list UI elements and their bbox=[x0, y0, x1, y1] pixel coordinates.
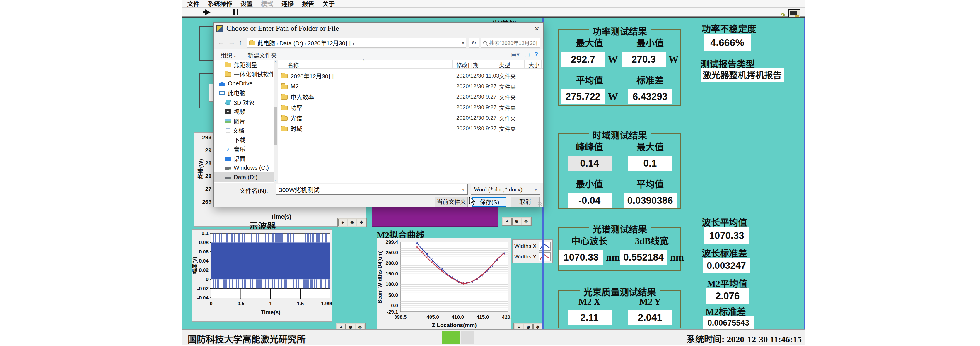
sidebar-item-12[interactable]: Data (D:) bbox=[213, 172, 274, 182]
current-folder-button[interactable]: 当前文件夹 bbox=[435, 197, 468, 207]
new-folder-button[interactable]: 新建文件夹 bbox=[248, 51, 277, 59]
menu-item-1[interactable]: 系统操作 bbox=[208, 0, 232, 8]
menu-item-5[interactable]: 报告 bbox=[302, 0, 314, 8]
graph-palette-power[interactable]: +⊕✥ bbox=[337, 218, 367, 227]
sidebar-item-2[interactable]: OneDrive bbox=[213, 79, 274, 88]
menu-item-2[interactable]: 设置 bbox=[240, 0, 253, 8]
file-name: 电光效率 bbox=[291, 93, 314, 101]
organization-label: 国防科技大学高能激光研究所 bbox=[188, 332, 306, 345]
sidebar-item-label: 文档 bbox=[232, 126, 244, 135]
sort-caret-icon[interactable]: ^ bbox=[363, 59, 364, 63]
palette-button[interactable]: + bbox=[503, 218, 512, 225]
sidebar-item-3[interactable]: 此电脑 bbox=[213, 88, 274, 97]
pause-icon[interactable] bbox=[234, 10, 238, 15]
search-input[interactable]: 搜索"2020年12月30日" bbox=[480, 38, 540, 48]
menu-item-0[interactable]: 文件 bbox=[187, 0, 199, 8]
sidebar-item-5[interactable]: 视频 bbox=[213, 107, 274, 116]
filetype-chevron-icon[interactable]: ˅ bbox=[535, 187, 537, 192]
palette-button[interactable]: + bbox=[338, 219, 347, 226]
stat-unit: W bbox=[608, 91, 618, 102]
menu-item-6[interactable]: 关于 bbox=[323, 0, 335, 8]
sidebar-item-6[interactable]: 图片 bbox=[213, 116, 274, 125]
oscilloscope-chart[interactable]: 0.1 0.08 0.06 0.04 0.02 0 -0.02 -0.04 0 … bbox=[192, 230, 332, 322]
resize-grip[interactable] bbox=[538, 202, 542, 206]
pane-splitter-right[interactable] bbox=[804, 17, 805, 329]
spectrum-item-0: 中心波长 1070.33 nm bbox=[559, 230, 620, 265]
palette-button[interactable]: ⊕ bbox=[512, 218, 521, 225]
sidebar-item-9[interactable]: ♪ 音乐 bbox=[213, 144, 274, 154]
graph-palette-spectrum[interactable]: +⊕✥ bbox=[502, 217, 531, 226]
mouse-cursor bbox=[469, 197, 477, 206]
m2-fit-chart[interactable]: 299.4250.0200.0150.0100.050.00.0-29.1398… bbox=[377, 238, 511, 331]
computer-icon bbox=[219, 91, 225, 95]
view-mode-icon[interactable]: ▤▾ bbox=[511, 51, 520, 58]
scroll-down-icon[interactable]: ˅ bbox=[274, 179, 278, 183]
scrollbar-thumb[interactable] bbox=[274, 107, 277, 145]
sidebar-item-0[interactable]: 焦距测量 bbox=[213, 60, 274, 69]
spectrum-item-1: 3dB线宽 0.552184 nm bbox=[620, 230, 684, 265]
file-type: 文件夹 bbox=[499, 104, 516, 111]
column-type[interactable]: 类型 bbox=[499, 61, 510, 69]
beam_quality-item-0: M2 X 2.11 bbox=[559, 292, 620, 325]
filetype-select[interactable]: Word (*.doc;*.docx) ˅ bbox=[471, 184, 540, 195]
file-row-1[interactable]: M2 2020/12/30 9:27 文件夹 bbox=[278, 81, 543, 92]
menu-item-4[interactable]: 连接 bbox=[282, 0, 294, 8]
column-name[interactable]: 名称 bbox=[288, 61, 299, 69]
sidebar-item-7[interactable]: 文档 bbox=[213, 125, 274, 135]
rstat-value-4: 2.076 bbox=[706, 288, 749, 304]
sidebar-scrollbar[interactable]: ˄ ˅ bbox=[274, 60, 278, 183]
breadcrumb-item[interactable]: Data (D:) bbox=[279, 40, 303, 46]
folder-icon bbox=[281, 74, 288, 78]
address-bar[interactable]: 此电脑 › Data (D:) › 2020年12月30日 › ▾ bbox=[247, 38, 466, 48]
close-icon[interactable]: × bbox=[535, 24, 539, 34]
breadcrumb-item[interactable]: 此电脑 bbox=[258, 40, 275, 46]
palette-button[interactable]: ⊕ bbox=[348, 219, 356, 226]
sidebar-item-label: 3D 对象 bbox=[234, 98, 255, 106]
drive-icon bbox=[224, 176, 231, 179]
file-row-2[interactable]: 电光效率 2020/12/30 9:27 文件夹 bbox=[278, 92, 543, 102]
preview-pane-icon[interactable]: ▢ bbox=[524, 51, 530, 58]
breadcrumb-separator: › bbox=[352, 41, 354, 46]
scroll-up-icon[interactable]: ˄ bbox=[274, 60, 278, 64]
palette-button[interactable]: ✥ bbox=[357, 219, 366, 226]
up-icon[interactable]: ↑ bbox=[239, 38, 242, 46]
refresh-icon[interactable]: ↻ bbox=[469, 38, 479, 48]
legend-entry[interactable]: Widths X bbox=[514, 241, 550, 251]
file-row-5[interactable]: 时域 2020/12/30 9:27 文件夹 bbox=[278, 123, 543, 134]
file-row-0[interactable]: 2020年12月30日 2020/12/30 11:03 文件夹 bbox=[278, 71, 543, 81]
filename-chevron-icon[interactable]: ˅ bbox=[462, 187, 465, 192]
save-button[interactable]: 保存(S) bbox=[473, 197, 506, 207]
svg-text:299.4: 299.4 bbox=[385, 240, 398, 245]
organize-button[interactable]: 组织 ▾ bbox=[221, 51, 236, 59]
sidebar-item-11[interactable]: Windows (C:) bbox=[213, 163, 274, 172]
svg-text:420.1: 420.1 bbox=[502, 314, 512, 320]
back-icon[interactable]: ← bbox=[218, 38, 224, 46]
run-icon-arrow[interactable] bbox=[205, 10, 211, 15]
column-size[interactable]: 大小 bbox=[528, 61, 539, 69]
sidebar-item-1[interactable]: 一体化测试软件 bbox=[213, 69, 274, 79]
filename-input[interactable]: 300W烤机测试 ˅ bbox=[275, 184, 468, 195]
svg-text:415.0: 415.0 bbox=[477, 314, 489, 320]
dialog-titlebar[interactable]: Choose or Enter Path of Folder or File × bbox=[213, 22, 543, 35]
svg-text:200.0: 200.0 bbox=[385, 260, 398, 266]
legend-line-sample bbox=[539, 252, 550, 261]
sidebar-item-8[interactable]: ↓ 下载 bbox=[213, 135, 274, 144]
sidebar-item-4[interactable]: 3D 对象 bbox=[213, 97, 274, 107]
folder-icon bbox=[224, 63, 231, 67]
sidebar-item-10[interactable]: 桌面 bbox=[213, 154, 274, 163]
legend-entry[interactable]: Widths Y bbox=[514, 251, 550, 262]
stat-unit: nm bbox=[670, 252, 684, 263]
chevron-down-icon[interactable]: ▾ bbox=[462, 40, 464, 46]
menu-item-3[interactable]: 模式 bbox=[261, 0, 273, 8]
cancel-button[interactable]: 取消 bbox=[511, 197, 540, 207]
palette-button[interactable]: ✥ bbox=[522, 218, 530, 225]
breadcrumb-item[interactable]: 2020年12月30日 bbox=[307, 40, 351, 46]
dialog-body: 焦距测量 一体化测试软件 OneDrive 此电脑 3D 对象 视频 图片 文档… bbox=[213, 60, 543, 183]
column-date[interactable]: 修改日期 bbox=[456, 61, 479, 69]
forward-icon[interactable]: → bbox=[228, 38, 235, 46]
dialog-help-icon[interactable]: ? bbox=[535, 51, 538, 58]
file-row-4[interactable]: 光谱 2020/12/30 9:27 文件夹 bbox=[278, 113, 543, 123]
file-row-3[interactable]: 功率 2020/12/30 9:27 文件夹 bbox=[278, 102, 543, 113]
rstat-label-4: M2平均值 bbox=[707, 276, 748, 289]
stat-label: 峰峰值 bbox=[576, 140, 603, 153]
